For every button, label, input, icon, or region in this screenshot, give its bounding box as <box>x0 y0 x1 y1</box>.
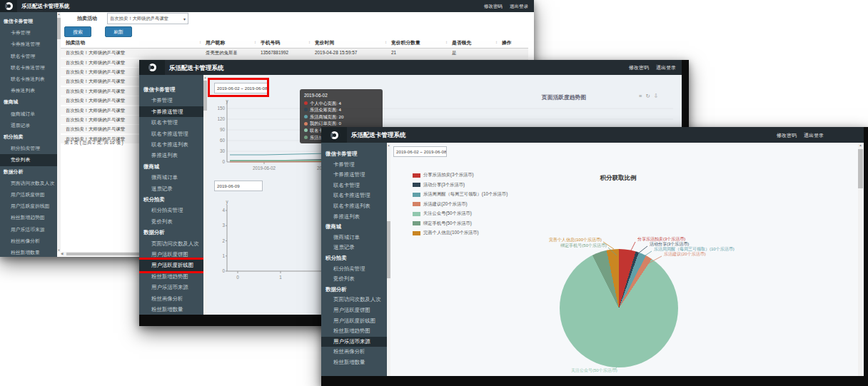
sidebar-item[interactable]: 粉丝画像分析 <box>139 293 203 304</box>
sidebar-item[interactable]: 券推送列表 <box>0 85 57 96</box>
legend-item[interactable]: 乐活周周醒（每周三可领取）(10个乐活币) <box>413 191 508 198</box>
sidebar-item[interactable]: 联名卡管理 <box>139 117 203 128</box>
sort-icon[interactable]: ↕ <box>308 40 311 44</box>
app-logo[interactable] <box>139 60 165 75</box>
sidebar-item[interactable]: 粉丝新增趋势图 <box>0 212 57 223</box>
column-header[interactable]: 是否领先 <box>452 39 471 46</box>
right-scrollbar[interactable]: ▲ <box>858 143 863 376</box>
sort-icon[interactable]: ↕ <box>254 40 256 44</box>
sidebar-item[interactable]: 券推送列表 <box>139 150 203 161</box>
sort-icon[interactable]: ↕ <box>495 40 498 44</box>
change-password-link[interactable]: 修改密码 <box>484 4 503 10</box>
sidebar-item[interactable]: 粉丝新增趋势图 <box>139 271 203 282</box>
sidebar-item[interactable]: 联名卡推送列表 <box>139 139 203 150</box>
legend-item[interactable]: 乐活建议(20个乐活币) <box>413 201 508 208</box>
scroll-up-icon[interactable]: ▲ <box>57 12 61 16</box>
date-single-input[interactable]: 2019-06-09 <box>214 181 263 191</box>
content-scrollbar[interactable]: ▲ <box>387 143 390 376</box>
legend-item[interactable]: 关注公众号(50个乐活币) <box>413 210 508 217</box>
legend-item[interactable]: 绑定手机号(50个乐活币) <box>413 220 508 227</box>
sidebar-item[interactable]: 用户活跃度折线图 <box>321 316 387 327</box>
sidebar-item[interactable]: 卡券管理 <box>139 95 203 106</box>
scroll-up-icon[interactable]: ▲ <box>387 143 390 147</box>
scroll-up-icon[interactable]: ▲ <box>858 143 863 147</box>
refresh-button[interactable]: 刷新 <box>105 26 132 37</box>
sidebar-item[interactable]: 退票记录 <box>139 183 203 194</box>
sidebar-item[interactable]: 联名卡管理 <box>321 181 387 191</box>
sidebar-item[interactable]: 联名卡推送列表 <box>0 73 57 85</box>
sidebar-item[interactable]: 微商城订单 <box>321 233 387 243</box>
sidebar-item[interactable]: 积分拍卖管理 <box>139 205 203 215</box>
sort-icon[interactable]: ↕ <box>385 40 387 44</box>
sidebar-item[interactable]: 用户活跃度饼图 <box>321 305 387 316</box>
sidebar-item[interactable]: 券推送列表 <box>321 212 387 223</box>
sidebar-item[interactable]: 粉丝新增数量 <box>0 247 57 257</box>
tooltip-row: 个人中心页面: 4 <box>304 100 378 107</box>
column-header[interactable]: 拍卖活动 <box>66 39 85 46</box>
column-header[interactable]: 操作 <box>502 39 512 46</box>
sidebar-item[interactable]: 粉丝新增数量 <box>321 357 387 368</box>
sidebar-item[interactable]: 页面访问次数及人次 <box>321 295 387 305</box>
legend-item[interactable]: 完善个人信息(100个乐活币) <box>413 230 508 236</box>
app-logo[interactable] <box>0 0 17 12</box>
sidebar-item[interactable]: 粉丝新增数量 <box>139 304 203 315</box>
scroll-up-icon[interactable]: ▲ <box>203 76 207 79</box>
sidebar-item[interactable]: 用户乐活币来源 <box>139 282 203 293</box>
legend-item[interactable]: 活动分享(3个乐活币) <box>413 182 508 188</box>
sidebar-item[interactable]: 页面访问次数及人次 <box>139 238 203 249</box>
pie-chart[interactable] <box>560 249 678 367</box>
legend-chip-icon <box>413 193 420 197</box>
sort-icon[interactable]: ↕ <box>199 40 201 44</box>
scroll-left-icon[interactable]: ◀ <box>61 252 63 255</box>
sidebar-item[interactable]: 粉丝画像分析 <box>0 235 57 247</box>
sidebar-item[interactable]: 粉丝新增趋势图 <box>321 326 387 337</box>
sidebar-item[interactable]: 联名卡推送列表 <box>321 201 387 212</box>
sidebar-item[interactable]: 用户活跃度折线图 <box>139 260 203 270</box>
sidebar-item[interactable]: 用户乐活币来源 <box>0 224 57 235</box>
sidebar-item[interactable]: 卡券推送管理 <box>0 39 57 50</box>
sidebar-item[interactable]: 积分拍卖管理 <box>0 143 57 154</box>
tooltip-row-text: 乐活众筹页面: 4 <box>310 106 341 113</box>
content-scrollbar[interactable]: ▲ <box>203 75 207 315</box>
sidebar-item[interactable]: 卡券推送管理 <box>321 170 387 181</box>
pagination[interactable]: 第 1 页 ( 总共 2 页, 共 16 项 ) <box>64 140 123 146</box>
sidebar-item[interactable]: 卡券推送管理 <box>139 106 203 117</box>
search-button[interactable]: 搜索 <box>64 26 91 37</box>
sidebar-item[interactable]: 用户活跃度折线图 <box>0 200 57 212</box>
sidebar-item[interactable]: 用户活跃度饼图 <box>0 189 57 200</box>
app-logo[interactable] <box>321 127 347 143</box>
sidebar-item[interactable]: 竞价列表 <box>321 274 387 285</box>
column-header[interactable]: 手机号码 <box>261 39 280 46</box>
sidebar-item[interactable]: 卡券管理 <box>0 27 57 39</box>
sidebar-item[interactable]: 联名卡推送管理 <box>0 62 57 73</box>
date-range-input[interactable]: 2019-06-02 ~ 2019-06-08 <box>393 146 447 157</box>
sidebar-item[interactable]: 联名卡推送管理 <box>321 191 387 201</box>
sidebar-item[interactable]: 联名卡管理 <box>0 51 57 62</box>
sidebar-item[interactable]: 竞价列表 <box>0 154 57 166</box>
sidebar-item[interactable]: 卡券管理 <box>321 160 387 171</box>
sidebar-item[interactable]: 退票记录 <box>321 243 387 253</box>
sidebar-item[interactable]: 联名卡推送管理 <box>139 128 203 139</box>
pie-legend[interactable]: 分享乐活拍卖(3个乐活币)活动分享(3个乐活币)乐活周周醒（每周三可领取）(10… <box>413 172 508 240</box>
sidebar-item[interactable]: 粉丝画像分析 <box>321 347 387 357</box>
auction-select[interactable]: 首次拍卖！大师级的乒乓课堂 ▾ <box>107 13 188 24</box>
column-header[interactable]: 用户昵称 <box>206 39 225 46</box>
sidebar-item[interactable]: 用户乐活币来源 <box>321 337 387 347</box>
legend-item[interactable]: 分享乐活拍卖(3个乐活币) <box>413 172 508 178</box>
logout-link[interactable]: 退出登录 <box>510 4 528 10</box>
column-header[interactable]: 竞价积分数量 <box>391 39 420 46</box>
change-password-link[interactable]: 修改密码 <box>629 64 649 71</box>
sidebar-item[interactable]: 页面访问次数及人次 <box>0 178 57 189</box>
sort-icon[interactable]: ↕ <box>445 40 448 44</box>
sidebar-item[interactable]: 微商城订单 <box>139 172 203 183</box>
sidebar-item[interactable]: 积分拍卖管理 <box>321 264 387 275</box>
sidebar-item[interactable]: 竞价列表 <box>139 216 203 227</box>
sidebar-item[interactable]: 用户活跃度饼图 <box>139 249 203 260</box>
sidebar-item[interactable]: 微商城订单 <box>0 108 57 120</box>
logout-link[interactable]: 退出登录 <box>656 64 676 71</box>
change-password-link[interactable]: 修改密码 <box>777 132 797 139</box>
sidebar-item[interactable]: 退票记录 <box>0 120 57 131</box>
table-row[interactable]: 首次拍卖！大师级的乒乓课堂蛋壳里的兔斯基135678819922019-04-2… <box>61 49 528 59</box>
logout-link[interactable]: 退出登录 <box>804 132 824 139</box>
column-header[interactable]: 竞价时间 <box>315 39 334 46</box>
